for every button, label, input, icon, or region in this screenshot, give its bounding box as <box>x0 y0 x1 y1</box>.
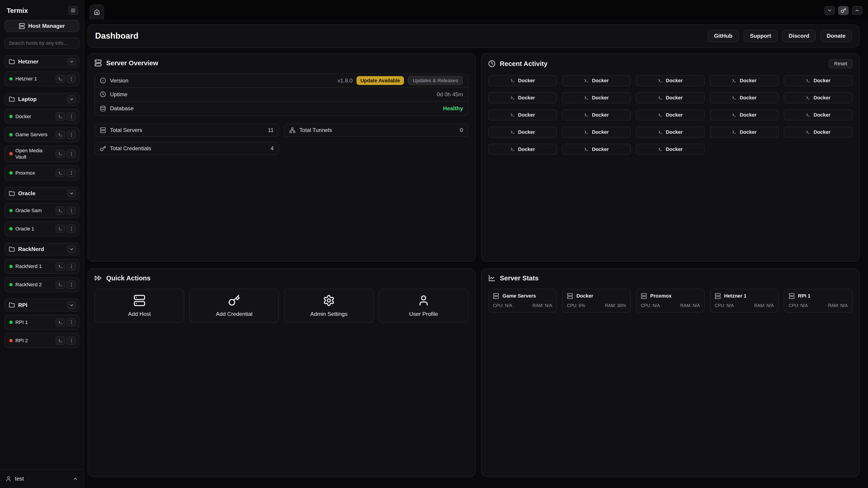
activity-item-button[interactable]: Docker <box>784 75 852 86</box>
add-host-tile[interactable]: Add Host <box>94 289 184 323</box>
folder-collapse-button[interactable] <box>67 190 76 197</box>
activity-item-button[interactable]: Docker <box>562 144 631 155</box>
host-menu-button[interactable] <box>67 169 76 177</box>
activity-item-button[interactable]: Docker <box>636 127 705 138</box>
activity-item-button[interactable]: Docker <box>488 75 557 86</box>
activity-item-button[interactable]: Docker <box>636 75 705 86</box>
updates-releases-button[interactable]: Updates & Releases <box>408 76 463 86</box>
host-row[interactable]: RPI 1 <box>4 315 79 330</box>
activity-item-button[interactable]: Docker <box>488 144 557 155</box>
host-row[interactable]: RackNerd 1 <box>4 259 79 274</box>
tab-home[interactable] <box>90 4 104 20</box>
quick-actions-card: Quick Actions Add HostAdd CredentialAdmi… <box>88 268 475 477</box>
reset-button[interactable]: Reset <box>829 59 852 69</box>
tab-scroll-down-button[interactable] <box>825 6 835 15</box>
sidebar-menu-button[interactable] <box>68 6 78 15</box>
host-connect-button[interactable] <box>56 225 65 233</box>
folder-collapse-button[interactable] <box>67 246 76 253</box>
host-row[interactable]: RPI 2 <box>4 333 79 348</box>
host-manager-button[interactable]: Host Manager <box>4 20 79 32</box>
activity-item-button[interactable]: Docker <box>636 92 705 103</box>
sidebar-footer[interactable]: test <box>0 469 84 488</box>
search-input[interactable] <box>4 38 79 49</box>
activity-item-button[interactable]: Docker <box>710 92 779 103</box>
host-connect-button[interactable] <box>56 281 65 289</box>
host-menu-button[interactable] <box>67 281 76 289</box>
credentials-button[interactable] <box>838 6 849 15</box>
host-connect-button[interactable] <box>56 318 65 326</box>
activity-item-button[interactable]: Docker <box>488 109 557 121</box>
tab-scroll-up-button[interactable] <box>852 6 863 15</box>
folder-collapse-button[interactable] <box>67 301 76 309</box>
host-row[interactable]: Open Media Vault <box>4 145 79 162</box>
version-row: Version v1.8.0 Update Available Updates … <box>95 74 468 88</box>
activity-item-button[interactable]: Docker <box>488 92 557 103</box>
host-menu-button[interactable] <box>67 318 76 326</box>
host-menu-button[interactable] <box>67 75 76 83</box>
discord-button[interactable]: Discord <box>782 30 816 42</box>
user-profile-tile[interactable]: User Profile <box>379 289 468 323</box>
terminal-icon <box>658 113 662 117</box>
host-menu-button[interactable] <box>67 262 76 271</box>
activity-item-button[interactable]: Docker <box>562 75 631 86</box>
host-menu-button[interactable] <box>67 112 76 121</box>
donate-button[interactable]: Donate <box>820 30 852 42</box>
activity-item-label: Docker <box>666 78 683 84</box>
sidebar-folder-header[interactable]: Hetzner <box>4 55 79 68</box>
host-connect-button[interactable] <box>56 262 65 271</box>
host-actions <box>56 225 76 233</box>
activity-item-button[interactable]: Docker <box>636 109 705 121</box>
chevron-up-icon[interactable] <box>72 476 78 482</box>
host-row[interactable]: Oracle 1 <box>4 221 79 236</box>
host-menu-button[interactable] <box>67 206 76 215</box>
host-connect-button[interactable] <box>56 336 65 345</box>
server-stat-name-row: Docker <box>567 293 626 299</box>
host-row[interactable]: Game Servers <box>4 127 79 142</box>
sidebar-folder-header[interactable]: Oracle <box>4 187 79 200</box>
activity-item-button[interactable]: Docker <box>710 127 779 138</box>
admin-settings-tile[interactable]: Admin Settings <box>284 289 374 323</box>
host-connect-button[interactable] <box>56 206 65 215</box>
host-row[interactable]: Proxmox <box>4 165 79 180</box>
host-connect-button[interactable] <box>56 112 65 121</box>
activity-item-button[interactable]: Docker <box>562 109 631 121</box>
host-menu-button[interactable] <box>67 336 76 345</box>
add-credential-tile[interactable]: Add Credential <box>189 289 279 323</box>
github-button[interactable]: GitHub <box>708 30 739 42</box>
activity-item-button[interactable]: Docker <box>636 144 705 155</box>
sidebar-folder-header[interactable]: RackNerd <box>4 243 79 256</box>
update-available-badge[interactable]: Update Available <box>356 76 404 85</box>
folder-collapse-button[interactable] <box>67 95 76 103</box>
activity-item-button[interactable]: Docker <box>488 127 557 138</box>
host-row[interactable]: Oracle Sam <box>4 203 79 218</box>
sidebar: Termix Host Manager HetznerHetzner 1Lapt… <box>0 0 84 488</box>
support-button[interactable]: Support <box>743 30 778 42</box>
host-status-dot <box>9 171 13 175</box>
host-connect-button[interactable] <box>56 75 65 83</box>
activity-item-button[interactable]: Docker <box>710 75 779 86</box>
activity-item-label: Docker <box>813 112 831 118</box>
activity-item-button[interactable]: Docker <box>710 109 779 121</box>
host-menu-button[interactable] <box>67 225 76 233</box>
host-connect-button[interactable] <box>56 131 65 139</box>
host-menu-button[interactable] <box>67 150 76 158</box>
server-stat-ram: RAM: N/A <box>828 303 848 308</box>
activity-item-button[interactable]: Docker <box>784 127 852 138</box>
folder-collapse-button[interactable] <box>67 58 76 66</box>
host-connect-button[interactable] <box>56 150 65 158</box>
activity-item-button[interactable]: Docker <box>562 92 631 103</box>
host-row[interactable]: Docker <box>4 109 79 124</box>
host-row[interactable]: Hetzner 1 <box>4 71 79 86</box>
host-status-dot <box>9 321 13 324</box>
activity-item-button[interactable]: Docker <box>784 109 852 121</box>
host-menu-button[interactable] <box>67 131 76 139</box>
total-tunnels-value: 0 <box>460 127 463 133</box>
activity-item-button[interactable]: Docker <box>562 127 631 138</box>
host-row[interactable]: RackNerd 2 <box>4 277 79 292</box>
activity-item-button[interactable]: Docker <box>784 92 852 103</box>
sidebar-folder-header[interactable]: RPI <box>4 299 79 311</box>
host-connect-button[interactable] <box>56 169 65 177</box>
quick-actions-header: Quick Actions <box>94 274 468 282</box>
sidebar-folder-header[interactable]: Laptop <box>4 93 79 105</box>
server-icon <box>100 127 106 133</box>
